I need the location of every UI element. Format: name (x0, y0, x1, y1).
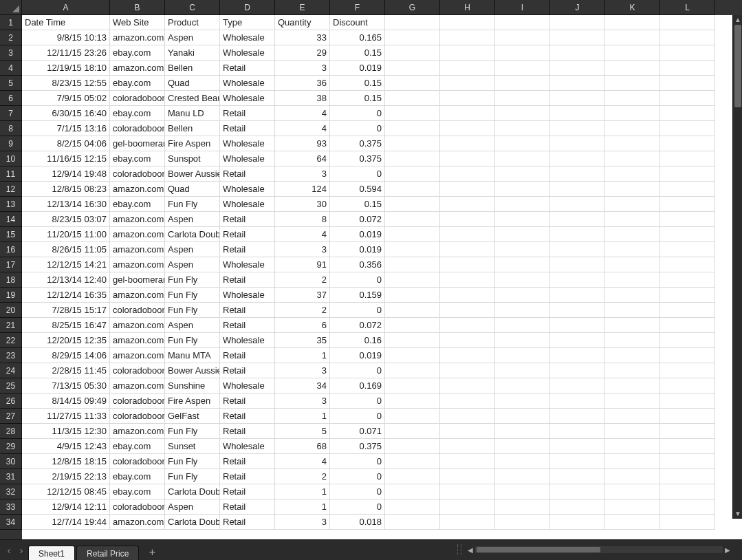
cell[interactable] (440, 363, 495, 378)
cell[interactable]: 8/26/15 11:05 (22, 242, 110, 257)
cell[interactable]: gel-boomerangs.com (110, 136, 165, 151)
cell[interactable]: Retail (220, 348, 275, 363)
cell[interactable]: Type (220, 15, 275, 30)
cell[interactable] (605, 515, 660, 530)
cell[interactable]: 0.072 (330, 212, 385, 227)
cell[interactable] (605, 363, 660, 378)
cell[interactable] (550, 303, 605, 318)
cell[interactable] (660, 333, 715, 348)
cell[interactable] (660, 212, 715, 227)
cell[interactable]: 4/9/15 12:43 (22, 439, 110, 454)
cell[interactable] (660, 484, 715, 499)
cell[interactable]: 7/28/15 15:17 (22, 303, 110, 318)
cell[interactable] (495, 242, 550, 257)
cell[interactable] (385, 515, 440, 530)
cell[interactable] (550, 484, 605, 499)
cell[interactable] (385, 257, 440, 272)
cell[interactable]: 0 (330, 484, 385, 499)
tab-nav-prev-icon[interactable]: ‹ (3, 543, 15, 557)
cell[interactable] (660, 363, 715, 378)
cell[interactable] (660, 136, 715, 151)
cell[interactable]: Wholesale (220, 30, 275, 45)
cell[interactable] (440, 348, 495, 363)
cell[interactable] (440, 76, 495, 91)
cell[interactable] (605, 227, 660, 242)
cell[interactable]: Aspen (165, 30, 220, 45)
cell[interactable]: 4 (275, 454, 330, 469)
cell[interactable]: Wholesale (220, 257, 275, 272)
cell[interactable]: ebay.com (110, 197, 165, 212)
cell[interactable]: 1 (275, 409, 330, 424)
cell[interactable] (495, 106, 550, 121)
cell[interactable] (605, 30, 660, 45)
cell[interactable]: Sunspot (165, 151, 220, 166)
cell[interactable]: 12/8/15 18:15 (22, 454, 110, 469)
cell[interactable] (550, 91, 605, 106)
row-header-3[interactable]: 3 (0, 45, 22, 61)
cell[interactable]: 0.159 (330, 288, 385, 303)
row-header-29[interactable]: 29 (0, 439, 22, 454)
cell[interactable]: Retail (220, 303, 275, 318)
cell[interactable] (495, 76, 550, 91)
cell[interactable] (660, 30, 715, 45)
cells-area[interactable]: Date TimeWeb SiteProductTypeQuantityDisc… (22, 15, 742, 539)
cell[interactable] (550, 15, 605, 30)
scroll-right-arrow-icon[interactable]: ▶ (723, 546, 732, 554)
cell[interactable]: Quad (165, 76, 220, 91)
cell[interactable]: ebay.com (110, 106, 165, 121)
cell[interactable]: 0.018 (330, 515, 385, 530)
cell[interactable] (495, 45, 550, 61)
cell[interactable]: Retail (220, 227, 275, 242)
cell[interactable] (660, 106, 715, 121)
worksheet-grid[interactable]: ABCDEFGHIJKL 123456789101112131415161718… (0, 0, 742, 539)
cell[interactable] (605, 484, 660, 499)
cell[interactable] (495, 227, 550, 242)
row-header-25[interactable]: 25 (0, 378, 22, 394)
cell[interactable] (495, 333, 550, 348)
vertical-scroll-thumb[interactable] (734, 25, 741, 107)
cell[interactable] (440, 182, 495, 197)
cell[interactable] (495, 212, 550, 227)
cell[interactable]: 11/16/15 12:15 (22, 151, 110, 166)
horizontal-scrollbar[interactable]: ◀ ▶ (457, 544, 732, 555)
cell[interactable]: Retail (220, 409, 275, 424)
cell[interactable]: GelFast (165, 409, 220, 424)
row-header-10[interactable]: 10 (0, 151, 22, 166)
cell[interactable]: 0.019 (330, 242, 385, 257)
scroll-left-arrow-icon[interactable]: ◀ (466, 546, 475, 554)
cell[interactable]: Bellen (165, 121, 220, 136)
cell[interactable] (440, 91, 495, 106)
cell[interactable]: Wholesale (220, 333, 275, 348)
cell[interactable] (385, 166, 440, 182)
cell[interactable]: Fun Fly (165, 272, 220, 288)
cell[interactable] (385, 484, 440, 499)
horizontal-scroll-track[interactable] (475, 546, 723, 553)
cell[interactable]: Yanaki (165, 45, 220, 61)
cell[interactable] (605, 45, 660, 61)
cell[interactable]: 0.16 (330, 333, 385, 348)
cell[interactable]: Manu LD (165, 106, 220, 121)
cell[interactable] (495, 454, 550, 469)
cell[interactable]: 0 (330, 469, 385, 484)
cell[interactable]: ebay.com (110, 45, 165, 61)
cell[interactable] (440, 151, 495, 166)
cell[interactable] (385, 151, 440, 166)
cell[interactable] (385, 469, 440, 484)
cell[interactable]: Wholesale (220, 378, 275, 394)
cell[interactable]: Retail (220, 121, 275, 136)
cell[interactable]: 12/13/14 12:40 (22, 272, 110, 288)
cell[interactable] (550, 378, 605, 394)
cell[interactable]: Retail (220, 242, 275, 257)
cell[interactable]: 0.165 (330, 30, 385, 45)
cell[interactable]: 0 (330, 409, 385, 424)
cell[interactable] (385, 394, 440, 409)
cell[interactable] (660, 394, 715, 409)
cell[interactable]: Wholesale (220, 439, 275, 454)
cell[interactable] (495, 409, 550, 424)
cell[interactable]: 12/8/15 08:23 (22, 182, 110, 197)
cell[interactable]: 2 (275, 303, 330, 318)
cell[interactable] (495, 182, 550, 197)
cell[interactable] (605, 469, 660, 484)
cell[interactable]: 93 (275, 136, 330, 151)
cell[interactable]: Aspen (165, 257, 220, 272)
